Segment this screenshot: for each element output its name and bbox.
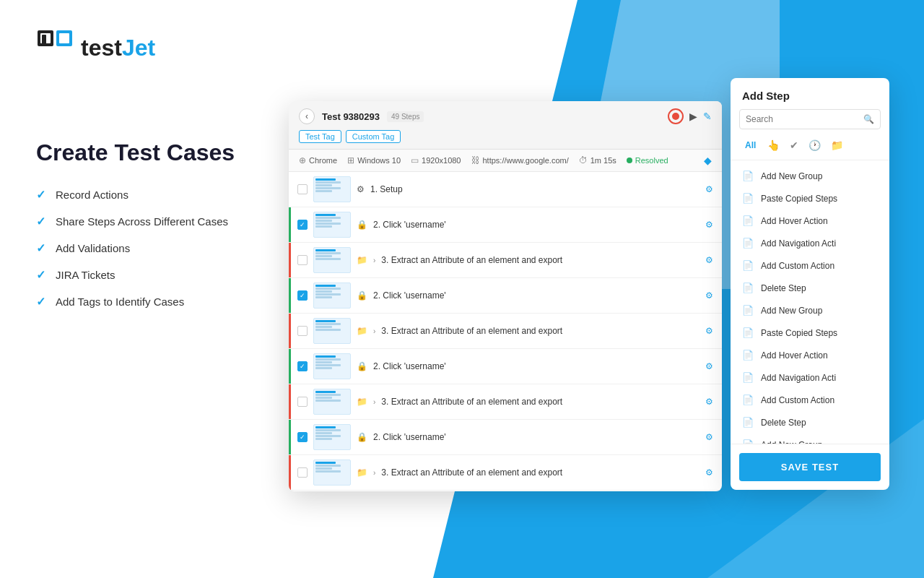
tab-time[interactable]: 🕐 — [804, 137, 825, 154]
link-icon: ⛓ — [471, 155, 480, 165]
meta-duration: ⏱ 1m 15s — [579, 155, 616, 165]
step-gear-7[interactable]: ⚙ — [705, 397, 713, 407]
step-thumbnail-9 — [313, 460, 351, 486]
step-gear-5[interactable]: ⚙ — [705, 326, 713, 336]
tag-custom[interactable]: Custom Tag — [346, 130, 401, 143]
thumb-line — [315, 470, 341, 473]
thumb-line — [315, 252, 341, 254]
clock-icon: ⏱ — [579, 155, 588, 165]
thumb-line — [315, 394, 341, 396]
panel-item-custom-2[interactable]: 📄 Add Custom Action — [731, 389, 889, 411]
step-indicator-green — [289, 349, 291, 384]
step-gear-9[interactable]: ⚙ — [705, 467, 713, 478]
panel-item-icon: 📄 — [742, 238, 754, 249]
panel-item-hover-1[interactable]: 📄 Add Hover Action — [731, 210, 889, 232]
feature-label-3: Add Validations — [56, 242, 130, 254]
step-checkbox-3[interactable] — [297, 255, 308, 265]
panel-item-custom-1[interactable]: 📄 Add Custom Action — [731, 254, 889, 277]
step-checkbox-5[interactable] — [297, 326, 308, 336]
panel-tabs: All 👆 ✔ 🕐 📁 — [731, 137, 889, 160]
tab-all[interactable]: All — [739, 137, 762, 153]
step-thumbnail-8 — [313, 424, 351, 450]
logo-icon — [36, 29, 74, 66]
play-button[interactable]: ▶ — [689, 111, 697, 122]
panel-item-navigation-2[interactable]: 📄 Add Navigation Acti — [731, 366, 889, 389]
panel-item-paste-copied-2[interactable]: 📄 Paste Copied Steps — [731, 322, 889, 344]
controls: ▶ ✎ — [668, 108, 712, 124]
check-icon-2: ✓ — [36, 215, 45, 228]
step-gear-3[interactable]: ⚙ — [705, 255, 713, 265]
panel-item-label: Delete Step — [761, 418, 806, 428]
step-thumbnail-7 — [313, 389, 351, 415]
step-thumbnail-2 — [313, 212, 351, 238]
lock-icon-6: 🔒 — [357, 361, 367, 371]
step-label-7: 3. Extract an Attribute of an element an… — [381, 397, 699, 407]
svg-rect-2 — [42, 35, 46, 45]
step-checkbox-4[interactable] — [297, 290, 308, 301]
expand-icon-3[interactable]: › — [373, 256, 375, 264]
panel-item-add-new-group-2[interactable]: 📄 Add New Group — [731, 299, 889, 322]
step-row: 📁 › 3. Extract an Attribute of an elemen… — [289, 384, 722, 420]
step-gear-4[interactable]: ⚙ — [705, 290, 713, 301]
panel-item-add-new-group-3[interactable]: 📄 Add New Group — [731, 434, 889, 444]
expand-icon-7[interactable]: › — [373, 398, 375, 406]
panel-item-icon: 📄 — [742, 305, 754, 316]
step-gear-2[interactable]: ⚙ — [705, 220, 713, 230]
step-checkbox-1[interactable] — [297, 184, 308, 194]
tag-test[interactable]: Test Tag — [299, 130, 341, 143]
expand-icon-9[interactable]: › — [373, 469, 375, 477]
panel-item-paste-copied-1[interactable]: 📄 Paste Copied Steps — [731, 187, 889, 210]
panel-item-navigation-1[interactable]: 📄 Add Navigation Acti — [731, 232, 889, 254]
feature-item-5: ✓ Add Tags to Identify Cases — [36, 295, 267, 309]
panel-item-hover-2[interactable]: 📄 Add Hover Action — [731, 344, 889, 366]
panel-item-delete-1[interactable]: 📄 Delete Step — [731, 277, 889, 299]
step-gear-8[interactable]: ⚙ — [705, 432, 713, 442]
panel-item-icon: 📄 — [742, 327, 754, 338]
step-gear-1[interactable]: ⚙ — [705, 184, 713, 194]
meta-row: ⊕ Chrome ⊞ Windows 10 ▭ 1920x1080 ⛓ http… — [289, 150, 722, 172]
save-test-button[interactable]: SAVE TEST — [739, 453, 881, 481]
thumb-line — [315, 432, 332, 434]
panel-search[interactable]: 🔍 — [739, 109, 881, 129]
tab-files[interactable]: 📁 — [827, 137, 847, 154]
folder-icon-3: 📁 — [357, 255, 367, 265]
step-gear-6[interactable]: ⚙ — [705, 361, 713, 371]
search-input[interactable] — [746, 114, 859, 124]
step-checkbox-9[interactable] — [297, 467, 308, 478]
step-checkbox-7[interactable] — [297, 397, 308, 407]
thumb-line — [315, 190, 332, 192]
browser-header: ‹ Test 9380293 49 Steps ▶ ✎ Test Tag Cus… — [289, 101, 722, 150]
step-indicator-red — [289, 314, 291, 348]
tab-validations[interactable]: ✔ — [785, 137, 803, 154]
headline: Create Test Cases — [36, 139, 267, 166]
feature-label-2: Share Steps Across Different Cases — [56, 215, 228, 228]
step-thumbnail-4 — [313, 282, 351, 309]
feature-label-1: Record Actions — [56, 189, 128, 201]
thumb-line — [315, 429, 341, 431]
step-row: 📁 › 3. Extract an Attribute of an elemen… — [289, 243, 722, 278]
thumb-line — [315, 329, 341, 331]
thumb-line — [315, 285, 336, 287]
thumb-line — [315, 249, 336, 251]
panel-item-label: Add Hover Action — [761, 216, 828, 226]
thumb-line — [315, 217, 341, 219]
thumb-line — [315, 435, 341, 437]
back-button[interactable]: ‹ — [299, 108, 315, 124]
step-row: 🔒 2. Click 'username' ⚙ — [289, 207, 722, 243]
step-indicator-green — [289, 420, 291, 454]
step-row: 🔒 2. Click 'username' ⚙ — [289, 420, 722, 455]
edit-button[interactable]: ✎ — [703, 111, 712, 122]
step-checkbox-6[interactable] — [297, 361, 308, 371]
thumb-line — [315, 323, 341, 325]
expand-icon-5[interactable]: › — [373, 327, 375, 335]
panel-item-delete-2[interactable]: 📄 Delete Step — [731, 411, 889, 434]
panel-item-icon: 📄 — [742, 215, 754, 226]
step-checkbox-2[interactable] — [297, 220, 308, 230]
panel-item-add-new-group-1[interactable]: 📄 Add New Group — [731, 165, 889, 187]
step-checkbox-8[interactable] — [297, 432, 308, 442]
tab-actions[interactable]: 👆 — [763, 137, 784, 154]
record-button[interactable] — [668, 108, 684, 124]
thumb-line — [315, 465, 341, 467]
thumb-line — [315, 296, 332, 298]
panel-item-icon: 📄 — [742, 417, 754, 428]
